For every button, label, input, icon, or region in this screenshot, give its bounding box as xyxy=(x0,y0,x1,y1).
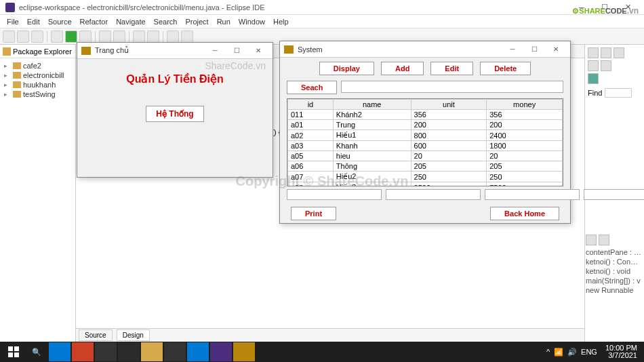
add-button[interactable]: Add xyxy=(381,62,424,75)
package-explorer-icon xyxy=(3,47,11,56)
task-item[interactable] xyxy=(233,342,255,361)
menu-search[interactable]: Search xyxy=(150,16,182,27)
table-row[interactable]: a06Thông205205 xyxy=(288,161,563,172)
palette-icon[interactable] xyxy=(588,47,599,58)
app-window-system: System ─ ☐ ✕ Display Add Edit Delete Sea… xyxy=(279,41,571,224)
tasks-icon[interactable] xyxy=(613,47,624,58)
tab-source[interactable]: Source xyxy=(79,329,113,341)
print-button[interactable]: Print xyxy=(291,207,336,220)
tray-icon[interactable]: ^ xyxy=(546,348,550,356)
name-input[interactable] xyxy=(386,189,481,200)
new-package-icon[interactable] xyxy=(99,31,111,43)
folder-icon xyxy=(13,72,21,79)
task-item[interactable] xyxy=(187,342,209,361)
sort-icon[interactable] xyxy=(599,235,609,245)
task-item[interactable] xyxy=(141,342,163,361)
forward-icon[interactable] xyxy=(181,31,193,43)
project-electronicbill[interactable]: ▸electronicbill xyxy=(3,71,73,80)
he-thong-button[interactable]: Hệ Thống xyxy=(146,106,203,122)
lang-indicator[interactable]: ENG xyxy=(581,348,597,356)
menu-window[interactable]: Window xyxy=(235,16,269,27)
money-input[interactable] xyxy=(584,189,644,200)
outline-item[interactable]: main(String[]) : v xyxy=(586,276,641,285)
menu-help[interactable]: Help xyxy=(269,16,293,27)
db-icon[interactable] xyxy=(588,73,599,84)
outline-item[interactable]: ketnoi() : void xyxy=(586,266,641,276)
outline-item[interactable]: new Runnable xyxy=(586,285,641,295)
menubar: File Edit Source Refactor Navigate Searc… xyxy=(0,15,644,28)
search-button[interactable]: Seach xyxy=(287,81,337,94)
outline-item[interactable]: ketnoi() : Connectio xyxy=(586,257,641,266)
project-huukhanh[interactable]: ▸huukhanh xyxy=(3,80,73,89)
new-class-icon[interactable] xyxy=(113,31,125,43)
minimize-button[interactable]: ─ xyxy=(502,43,523,56)
delete-button[interactable]: Delete xyxy=(480,62,531,75)
id-input[interactable] xyxy=(287,189,382,200)
app-heading: Quản Lý Tiền Điện xyxy=(91,73,259,85)
folder-icon xyxy=(13,81,21,88)
task-item[interactable] xyxy=(49,342,71,361)
close-button[interactable]: ✕ xyxy=(546,43,566,56)
save-all-icon[interactable] xyxy=(31,31,43,43)
run-icon[interactable] xyxy=(65,31,77,43)
package-explorer: Package Explorer ▸cafe2 ▸electronicbill … xyxy=(0,45,76,342)
new-icon[interactable] xyxy=(3,31,15,43)
find-input[interactable] xyxy=(605,88,632,98)
menu-run[interactable]: Run xyxy=(213,16,235,27)
data-table[interactable]: idnameunitmoney011Khánh2356356a01Trung20… xyxy=(287,98,563,186)
outline-icon[interactable] xyxy=(601,47,611,58)
maximize-button[interactable]: ☐ xyxy=(524,43,544,56)
java-app-icon xyxy=(284,45,294,54)
project-testswing[interactable]: ▸testSwing xyxy=(3,89,73,99)
clock[interactable]: 10:00 PM 3/7/2021 xyxy=(601,344,641,359)
maximize-button[interactable]: ☐ xyxy=(226,44,247,58)
task-item[interactable] xyxy=(95,342,117,361)
system-tray[interactable]: ^ 📶 🔊 ENG 10:00 PM 3/7/2021 xyxy=(546,344,641,359)
search-icon[interactable] xyxy=(147,31,159,43)
edit-button[interactable]: Edit xyxy=(430,62,473,75)
minimize-button[interactable]: ─ xyxy=(205,44,225,58)
perspective-icon[interactable] xyxy=(588,60,599,71)
menu-project[interactable]: Project xyxy=(181,16,212,27)
table-row[interactable]: 011Khánh2356356 xyxy=(288,110,563,120)
save-icon[interactable] xyxy=(17,31,29,43)
svg-rect-2 xyxy=(8,353,13,357)
table-row[interactable]: a02Hiếu18002400 xyxy=(288,130,563,141)
tab-design[interactable]: Design xyxy=(117,329,150,341)
outline-view-icon[interactable] xyxy=(586,235,597,245)
eclipse-icon xyxy=(5,3,15,12)
back-home-button[interactable]: Back Home xyxy=(490,207,559,220)
task-item[interactable] xyxy=(164,342,186,361)
back-icon[interactable] xyxy=(167,31,179,43)
coverage-icon[interactable] xyxy=(79,31,92,43)
open-type-icon[interactable] xyxy=(133,31,145,43)
task-item[interactable] xyxy=(118,342,140,361)
task-item[interactable] xyxy=(72,342,94,361)
outline-item[interactable]: contentPane : JP xyxy=(586,247,641,257)
find-label: Find xyxy=(588,89,602,97)
folder-icon xyxy=(13,91,21,98)
outline-panel: contentPane : JP ketnoi() : Connectio ke… xyxy=(586,235,641,295)
volume-icon[interactable]: 🔊 xyxy=(567,348,577,357)
table-row[interactable]: a01Trung200200 xyxy=(288,120,563,130)
watermark-text: ShareCode.vn xyxy=(205,60,266,71)
menu-refactor[interactable]: Refactor xyxy=(76,16,113,27)
start-button[interactable] xyxy=(3,342,24,361)
wifi-icon[interactable]: 📶 xyxy=(554,348,563,357)
close-button[interactable]: ✕ xyxy=(248,44,268,58)
menu-navigate[interactable]: Navigate xyxy=(112,16,149,27)
table-row[interactable]: a05hieu2020 xyxy=(288,151,563,161)
unit-input[interactable] xyxy=(485,189,580,200)
table-row[interactable]: a03Khanh6001800 xyxy=(288,141,563,151)
table-row[interactable]: a07Hiếu2250250 xyxy=(288,172,563,182)
display-button[interactable]: Display xyxy=(319,62,374,75)
menu-file[interactable]: File xyxy=(3,16,23,27)
task-item[interactable] xyxy=(210,342,232,361)
project-cafe2[interactable]: ▸cafe2 xyxy=(3,61,73,71)
search-input[interactable] xyxy=(341,81,563,93)
menu-edit[interactable]: Edit xyxy=(23,16,44,27)
debug-icon[interactable] xyxy=(51,31,63,43)
search-icon[interactable]: 🔍 xyxy=(26,342,47,361)
java-icon[interactable] xyxy=(601,60,611,71)
menu-source[interactable]: Source xyxy=(44,16,76,27)
